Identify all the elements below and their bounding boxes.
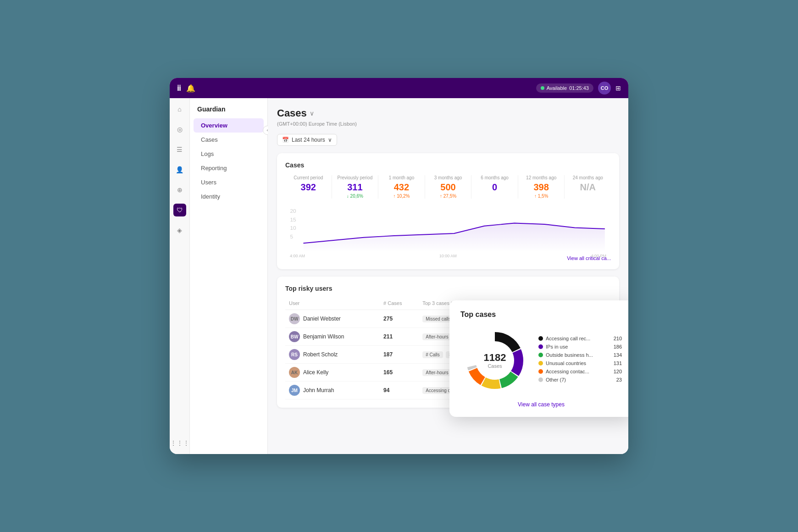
main-layout: ⌂ ◎ ☰ 👤 ⊕ 🛡 ◈ ⋮⋮⋮ Guardian ‹ Overview Ca… xyxy=(170,98,628,454)
risky-users-title: Top risky users xyxy=(285,285,611,292)
chart-label-3: 4:00 PM xyxy=(591,254,606,258)
sidebar: Guardian ‹ Overview Cases Logs Reporting… xyxy=(190,98,268,454)
top-bar-right: Available 01:25:43 CO ⊞ xyxy=(536,82,621,94)
legend-item: Accessing call rec... 210 xyxy=(538,336,622,341)
legend-dot xyxy=(538,336,543,341)
col-user: User xyxy=(285,299,380,310)
donut-total: 1182 xyxy=(484,352,506,363)
popup-title: Top cases xyxy=(460,310,622,319)
bell-icon[interactable]: 🔔 xyxy=(186,84,195,93)
user-cell: AK Alice Kelly xyxy=(285,364,380,382)
grid-icon[interactable]: ⊞ xyxy=(615,84,621,92)
sidebar-menu: Overview Cases Logs Reporting Users Iden… xyxy=(190,118,267,204)
svg-text:15: 15 xyxy=(290,217,296,222)
stat-6m: 6 months ago 0 xyxy=(471,175,518,199)
page-title-row: Cases ∨ xyxy=(277,107,619,119)
legend-dot xyxy=(538,361,543,366)
avatar: AK xyxy=(289,367,300,378)
time-filter-chevron: ∨ xyxy=(328,137,332,143)
avatar: DW xyxy=(289,313,300,324)
avatar[interactable]: CO xyxy=(598,82,611,94)
nav-dots-icon[interactable]: ⋮⋮⋮ xyxy=(173,437,186,449)
stat-1m: 1 month ago 432 ↑ 10,2% xyxy=(378,175,425,199)
top-cases-popup: Top cases xyxy=(449,300,628,417)
svg-text:5: 5 xyxy=(290,234,294,240)
page-title: Cases xyxy=(277,107,307,119)
status-dot xyxy=(541,86,544,90)
user-cell: RS Robert Scholz xyxy=(285,346,380,364)
risky-users-card: Top risky users User # Cases Top 3 cases… xyxy=(277,277,619,408)
legend-item: Accessing contac... 120 xyxy=(538,369,622,374)
time-filter[interactable]: 📅 Last 24 hours ∨ xyxy=(277,134,337,146)
nav-user-icon[interactable]: 👤 xyxy=(173,163,186,176)
page-subtitle: (GMT+00:00) Europe Time (Lisbon) xyxy=(277,121,619,127)
cases-chart: 20 15 10 5 4:00 AM 10:00 AM 4:00 PM xyxy=(285,206,611,252)
nav-search-icon[interactable]: ◎ xyxy=(173,123,186,136)
tag: # Calls xyxy=(422,351,443,358)
user-cell: DW Daniel Webster xyxy=(285,310,380,328)
svg-text:10: 10 xyxy=(290,226,296,231)
donut-chart: 1182 Cases xyxy=(460,326,529,395)
calendar-icon: 📅 xyxy=(282,137,289,143)
legend-item: Unusual countries 131 xyxy=(538,360,622,366)
stat-current: Current period 392 xyxy=(285,175,332,199)
stat-prev: Previously period 311 ↓ 20,6% xyxy=(332,175,379,199)
svg-text:20: 20 xyxy=(290,208,296,214)
status-time: 01:25:43 xyxy=(569,85,589,91)
nav-fingerprint-icon[interactable]: ◈ xyxy=(173,224,186,237)
donut-row: 1182 Cases Accessing call rec... 210 xyxy=(460,326,622,395)
sidebar-item-logs[interactable]: Logs xyxy=(194,147,264,161)
stats-row: Current period 392 Previously period 311… xyxy=(285,175,611,199)
legend-dot xyxy=(538,353,543,357)
top-bar: ii 🔔 Available 01:25:43 CO ⊞ xyxy=(170,78,628,98)
donut-center: 1182 Cases xyxy=(484,352,506,369)
sidebar-item-users[interactable]: Users xyxy=(194,175,264,189)
cases-card-title: Cases xyxy=(285,161,611,169)
nav-home-icon[interactable]: ⌂ xyxy=(173,103,186,116)
chart-label-2: 10:00 AM xyxy=(439,254,457,258)
content-area: Cases ∨ (GMT+00:00) Europe Time (Lisbon)… xyxy=(268,98,628,454)
col-cases: # Cases xyxy=(380,299,419,310)
chart-labels: 4:00 AM 10:00 AM 4:00 PM xyxy=(285,254,611,258)
avatar: BW xyxy=(289,331,300,342)
chart-label-1: 4:00 AM xyxy=(290,254,305,258)
nav-group-icon[interactable]: ⊕ xyxy=(173,183,186,196)
legend-item: Outside business h... 134 xyxy=(538,352,622,358)
legend-dot xyxy=(538,377,543,382)
sidebar-item-overview[interactable]: Overview xyxy=(194,118,264,133)
nav-list-icon[interactable]: ☰ xyxy=(173,143,186,156)
donut-label: Cases xyxy=(484,363,506,369)
sidebar-title: Guardian xyxy=(190,105,267,118)
user-cell: JM John Murrah xyxy=(285,382,380,399)
sidebar-item-reporting[interactable]: Reporting xyxy=(194,161,264,175)
legend-dot xyxy=(538,369,543,374)
status-label: Available xyxy=(547,85,567,91)
stat-24m: 24 months ago N/A xyxy=(565,175,611,199)
view-all-case-types-link[interactable]: View all case types xyxy=(460,401,622,408)
left-nav: ⌂ ◎ ☰ 👤 ⊕ 🛡 ◈ ⋮⋮⋮ xyxy=(170,98,190,454)
app-logo: ii xyxy=(177,83,181,93)
stat-3m: 3 months ago 500 ↑ 27,5% xyxy=(425,175,472,199)
avatar: RS xyxy=(289,349,300,360)
page-title-chevron[interactable]: ∨ xyxy=(310,110,314,117)
legend-dot xyxy=(538,344,543,349)
legend-item: IPs in use 186 xyxy=(538,344,622,349)
time-filter-label: Last 24 hours xyxy=(292,137,325,143)
top-bar-left: ii 🔔 xyxy=(177,83,195,93)
nav-shield-icon[interactable]: 🛡 xyxy=(173,204,186,216)
cases-card: Cases Current period 392 Previously peri… xyxy=(277,153,619,269)
avatar: JM xyxy=(289,385,300,396)
page-header: Cases ∨ (GMT+00:00) Europe Time (Lisbon) xyxy=(277,107,619,127)
legend: Accessing call rec... 210 IPs in use 186 xyxy=(538,336,622,385)
sidebar-item-identity[interactable]: Identity xyxy=(194,189,264,204)
user-cell: BW Benjamin Wilson xyxy=(285,328,380,346)
legend-item: Other (7) 23 xyxy=(538,377,622,382)
status-badge[interactable]: Available 01:25:43 xyxy=(536,83,593,93)
stat-12m: 12 months ago 398 ↑ 1,5% xyxy=(518,175,565,199)
sidebar-item-cases[interactable]: Cases xyxy=(194,133,264,147)
